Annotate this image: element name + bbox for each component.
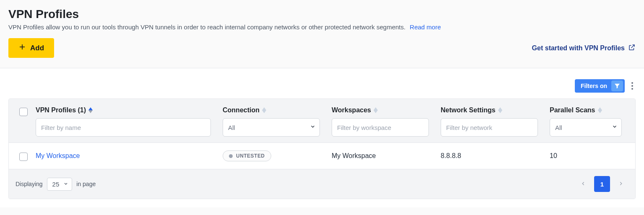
- page-size-control: Displaying 25 in page: [16, 178, 96, 191]
- column-header-network: Network Settings: [437, 105, 546, 137]
- pager: 1: [576, 176, 628, 192]
- add-button-label: Add: [30, 44, 44, 52]
- filter-parallel-value: All: [555, 124, 562, 131]
- row-name-cell: My Workspace: [32, 152, 219, 160]
- column-header-workspaces-label: Workspaces: [332, 106, 371, 114]
- filters-toggle-button[interactable]: Filters on: [575, 79, 625, 93]
- status-dot-icon: [229, 154, 233, 158]
- column-header-network-label: Network Settings: [441, 106, 496, 114]
- column-header-workspaces-label-wrap[interactable]: Workspaces: [332, 106, 378, 114]
- page-size-select[interactable]: 25: [47, 178, 73, 191]
- table-header-row: VPN Profiles (1) Connection: [9, 99, 635, 142]
- column-header-parallel-label-wrap[interactable]: Parallel Scans: [550, 106, 602, 114]
- external-link-icon: [628, 44, 636, 53]
- column-header-name-label: VPN Profiles (1): [36, 106, 86, 114]
- row-select-cell: [14, 150, 32, 162]
- profiles-table: VPN Profiles (1) Connection: [8, 98, 636, 199]
- svg-marker-4: [262, 107, 266, 110]
- filter-name-input[interactable]: [36, 118, 211, 137]
- page-title: VPN Profiles: [8, 8, 636, 21]
- page-header: VPN Profiles VPN Profiles allow you to r…: [0, 0, 644, 68]
- filter-network-input[interactable]: [441, 118, 538, 137]
- pagination-bar: Displaying 25 in page 1: [9, 169, 635, 199]
- svg-marker-6: [374, 107, 378, 110]
- prev-page-button[interactable]: [576, 176, 591, 192]
- get-started-link[interactable]: Get started with VPN Profiles: [532, 44, 636, 53]
- funnel-icon: [611, 80, 623, 91]
- row-parallel-cell: 10: [546, 152, 630, 160]
- profile-name-link[interactable]: My Workspace: [36, 152, 80, 159]
- more-options-button[interactable]: [629, 80, 636, 92]
- svg-marker-5: [262, 110, 266, 113]
- svg-marker-2: [88, 107, 93, 110]
- filter-connection-select[interactable]: All: [223, 118, 325, 137]
- filter-workspace-input[interactable]: [332, 118, 429, 137]
- connection-status-label: UNTESTED: [236, 153, 265, 159]
- svg-marker-11: [598, 110, 602, 113]
- sort-icon: [498, 107, 502, 113]
- dots-vertical-icon: [631, 82, 633, 84]
- column-header-network-label-wrap[interactable]: Network Settings: [441, 106, 502, 114]
- select-all-cell: [14, 105, 32, 117]
- chevron-left-icon: [580, 181, 586, 188]
- sort-icon: [374, 107, 378, 113]
- page-description-text: VPN Profiles allow you to run our tools …: [8, 23, 405, 31]
- column-header-workspaces: Workspaces: [328, 105, 437, 137]
- table-row: My Workspace UNTESTED My Workspace 8.8.8…: [9, 142, 635, 169]
- page-size-value: 25: [52, 181, 60, 188]
- column-header-connection-label-wrap[interactable]: Connection: [223, 106, 266, 114]
- sort-icon: [262, 107, 266, 113]
- plus-icon: [18, 43, 26, 53]
- chevron-down-icon: [63, 181, 68, 188]
- sort-icon: [88, 107, 93, 113]
- header-actions: Add Get started with VPN Profiles: [8, 38, 636, 58]
- column-header-name-label-wrap[interactable]: VPN Profiles (1): [36, 106, 93, 114]
- select-all-checkbox[interactable]: [19, 108, 28, 116]
- svg-marker-10: [598, 107, 602, 110]
- add-button[interactable]: Add: [8, 38, 54, 58]
- row-connection-cell: UNTESTED: [219, 150, 328, 161]
- connection-status-badge: UNTESTED: [223, 150, 271, 161]
- svg-marker-8: [498, 107, 502, 110]
- filter-parallel-select[interactable]: All: [550, 118, 627, 137]
- column-header-connection: Connection All: [219, 105, 328, 137]
- content-region: Filters on VPN Profiles (1): [0, 68, 644, 207]
- svg-marker-7: [374, 110, 378, 113]
- column-header-parallel-label: Parallel Scans: [550, 106, 595, 114]
- next-page-button[interactable]: [613, 176, 628, 192]
- column-header-parallel: Parallel Scans All: [546, 105, 630, 137]
- row-workspace-cell: My Workspace: [328, 152, 437, 160]
- current-page-indicator[interactable]: 1: [594, 176, 610, 192]
- filters-toggle-label: Filters on: [581, 83, 607, 89]
- svg-marker-9: [498, 110, 502, 113]
- in-page-label: in page: [76, 181, 96, 187]
- chevron-right-icon: [618, 181, 624, 188]
- filter-toolbar: Filters on: [8, 79, 636, 93]
- sort-icon: [598, 107, 602, 113]
- row-select-checkbox[interactable]: [19, 153, 28, 161]
- filter-connection-value: All: [228, 124, 235, 131]
- get-started-label: Get started with VPN Profiles: [532, 44, 625, 52]
- read-more-link[interactable]: Read more: [410, 23, 441, 31]
- page-description: VPN Profiles allow you to run our tools …: [8, 23, 636, 31]
- displaying-label: Displaying: [16, 181, 43, 187]
- column-header-name: VPN Profiles (1): [32, 105, 219, 137]
- svg-marker-3: [88, 110, 93, 113]
- column-header-connection-label: Connection: [223, 106, 260, 114]
- row-network-cell: 8.8.8.8: [437, 152, 546, 160]
